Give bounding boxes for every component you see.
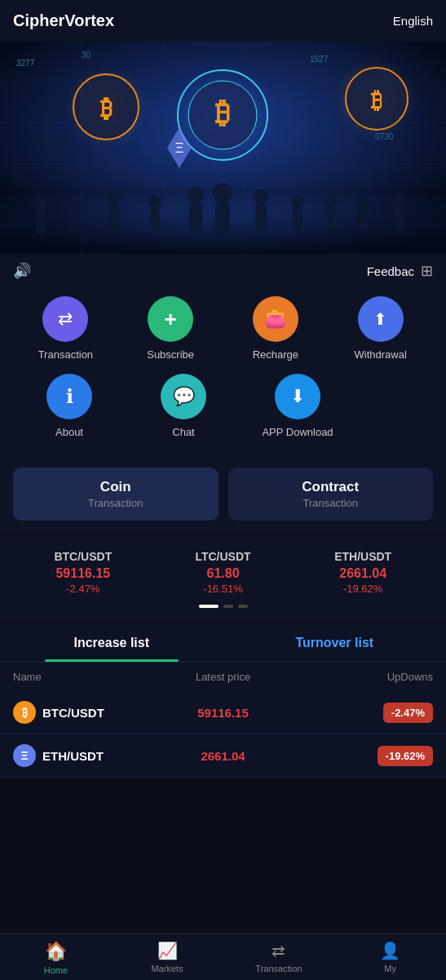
recharge-label: Recharge <box>253 348 298 361</box>
markets-icon: 📈 <box>157 941 178 960</box>
menu-item-withdrawal[interactable]: ⬆ Withdrawal <box>336 296 426 361</box>
dot-1 <box>223 605 233 608</box>
menu-item-transaction[interactable]: ⇄ Transaction <box>20 296 110 361</box>
recharge-icon: 👛 <box>253 296 298 342</box>
ltc-pair: LTC/USDT <box>153 550 294 563</box>
withdrawal-icon: ⬆ <box>358 296 404 342</box>
ticker-pagination <box>13 605 433 608</box>
svg-point-14 <box>34 197 47 210</box>
coin-tab-title: Coin <box>21 479 210 495</box>
svg-rect-25 <box>215 202 230 233</box>
transaction-label: Transaction <box>38 348 93 361</box>
transaction-nav-icon: ⇄ <box>272 941 285 960</box>
eth-row-name: Ξ ETH/USDT <box>13 744 153 767</box>
eth-row-price: 2661.04 <box>153 749 294 763</box>
svg-text:1527: 1527 <box>310 55 329 64</box>
svg-rect-15 <box>36 210 46 234</box>
ticker-btc[interactable]: BTC/USDT 59116.15 -2.47% <box>13 550 153 595</box>
menu-item-app-download[interactable]: ⬇ APP Download <box>253 374 342 438</box>
svg-rect-35 <box>395 208 404 231</box>
ticker-ltc[interactable]: LTC/USDT 61.80 -16.51% <box>153 550 294 595</box>
svg-point-16 <box>67 194 80 207</box>
menu-item-about[interactable]: ℹ About <box>24 374 114 438</box>
app-download-label: APP Download <box>262 426 333 438</box>
menu-item-chat[interactable]: 💬 Chat <box>139 374 228 438</box>
eth-row-change: -19.62% <box>293 746 433 766</box>
btc-name: BTC/USDT <box>42 706 104 720</box>
app-logo: CipherVortex <box>13 11 114 30</box>
toolbar-right[interactable]: Feedbac ⊞ <box>367 262 433 280</box>
svg-text:30: 30 <box>82 51 91 60</box>
nav-my[interactable]: 👤 My <box>358 941 423 975</box>
svg-point-22 <box>188 187 204 203</box>
contract-transaction-tab[interactable]: Contract Transaction <box>228 468 434 521</box>
eth-name: ETH/USDT <box>42 749 104 763</box>
nav-transaction[interactable]: ⇄ Transaction <box>246 941 311 975</box>
markets-label: Markets <box>152 964 183 973</box>
nav-markets[interactable]: 📈 Markets <box>135 941 200 975</box>
svg-point-28 <box>291 195 304 208</box>
btc-change-badge: -2.47% <box>383 703 433 723</box>
turnover-list-tab[interactable]: Turnover list <box>223 624 447 662</box>
coin-transaction-tab[interactable]: Coin Transaction <box>13 468 219 521</box>
hero-banner: ₿ ₿ ₿ Ξ <box>0 42 446 254</box>
svg-point-32 <box>356 197 369 210</box>
header: CipherVortex English <box>0 0 446 42</box>
svg-rect-19 <box>108 206 120 232</box>
my-label: My <box>384 964 396 973</box>
withdrawal-label: Withdrawal <box>354 348 406 361</box>
svg-point-24 <box>213 183 232 202</box>
svg-text:0730: 0730 <box>375 132 394 141</box>
feedback-label[interactable]: Feedbac <box>367 264 414 278</box>
btc-row-change: -2.47% <box>293 703 433 723</box>
increase-list-tab[interactable]: Increase list <box>0 624 223 662</box>
market-list-section: Increase list Turnover list Name Latest … <box>0 624 446 778</box>
eth-price: 2661.04 <box>293 566 433 581</box>
subscribe-icon: + <box>148 296 193 342</box>
svg-rect-29 <box>293 208 302 231</box>
svg-text:₿: ₿ <box>100 95 113 122</box>
grid-icon[interactable]: ⊞ <box>421 262 433 280</box>
svg-text:₿: ₿ <box>371 88 382 113</box>
svg-rect-17 <box>68 207 78 232</box>
speaker-icon[interactable]: 🔊 <box>13 262 31 280</box>
contract-tab-subtitle: Transaction <box>236 497 426 509</box>
price-ticker: BTC/USDT 59116.15 -2.47% LTC/USDT 61.80 … <box>0 537 446 621</box>
list-header: Name Latest price UpDowns <box>0 663 446 691</box>
list-tabs: Increase list Turnover list <box>0 624 446 663</box>
svg-rect-23 <box>189 203 202 232</box>
transaction-icon: ⇄ <box>42 296 88 342</box>
btc-price: 59116.15 <box>13 566 153 581</box>
svg-text:3277: 3277 <box>16 59 35 68</box>
table-row[interactable]: ₿ BTC/USDT 59116.15 -2.47% <box>0 691 446 734</box>
menu-row-2: ℹ About 💬 Chat ⬇ APP Download <box>13 374 433 438</box>
menu-item-subscribe[interactable]: + Subscribe <box>126 296 215 361</box>
svg-point-20 <box>148 195 161 208</box>
home-label: Home <box>44 965 68 975</box>
toolbar-left: 🔊 <box>13 262 31 280</box>
eth-pair: ETH/USDT <box>293 550 433 563</box>
eth-change: -19.62% <box>293 583 433 595</box>
btc-row-name: ₿ BTC/USDT <box>13 701 153 724</box>
svg-rect-27 <box>255 204 267 230</box>
svg-rect-31 <box>325 206 335 231</box>
transaction-tabs: Coin Transaction Contract Transaction <box>0 468 446 534</box>
svg-point-18 <box>107 191 121 206</box>
language-switcher[interactable]: English <box>393 14 433 28</box>
ltc-price: 61.80 <box>153 566 294 581</box>
svg-rect-21 <box>150 208 160 231</box>
bottom-navigation: 🏠 Home 📈 Markets ⇄ Transaction 👤 My <box>0 933 446 980</box>
ticker-row: BTC/USDT 59116.15 -2.47% LTC/USDT 61.80 … <box>13 550 433 595</box>
menu-item-recharge[interactable]: 👛 Recharge <box>231 296 320 361</box>
nav-home[interactable]: 🏠 Home <box>23 941 88 975</box>
btc-pair: BTC/USDT <box>13 550 153 563</box>
eth-change-badge: -19.62% <box>378 746 433 766</box>
ticker-eth[interactable]: ETH/USDT 2661.04 -19.62% <box>293 550 433 595</box>
dot-2 <box>238 605 248 608</box>
subscribe-label: Subscribe <box>147 348 194 361</box>
btc-coin-icon: ₿ <box>13 701 36 724</box>
header-updown: UpDowns <box>293 671 433 683</box>
home-icon: 🏠 <box>45 941 67 962</box>
table-row[interactable]: Ξ ETH/USDT 2661.04 -19.62% <box>0 734 446 778</box>
svg-point-30 <box>324 193 337 206</box>
